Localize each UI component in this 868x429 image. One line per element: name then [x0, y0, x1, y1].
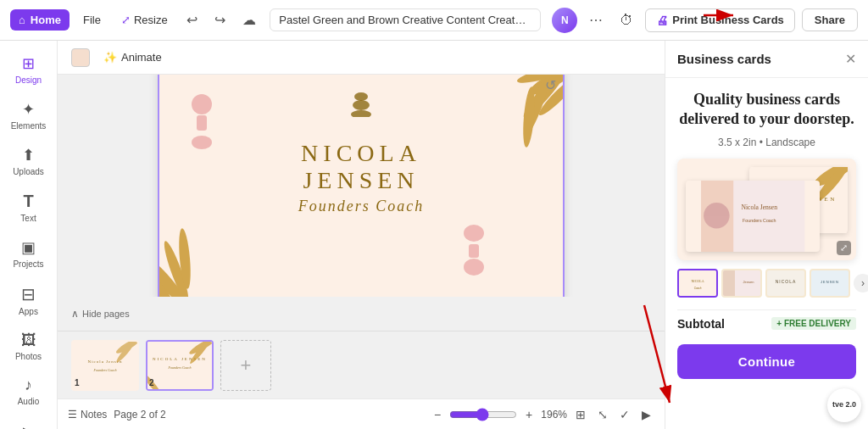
sidebar-item-uploads[interactable]: ⬆ Uploads: [3, 139, 54, 183]
projects-label: Projects: [13, 259, 43, 269]
bottom-bar: ☰ Notes Page 2 of 2 − + 196% ⊞ ⤡ ✓ ▶: [58, 398, 665, 429]
pink-shape-br: [457, 220, 491, 280]
center-icon: [349, 92, 373, 120]
sidebar-item-audio[interactable]: ♪ Audio: [3, 370, 54, 413]
thumbnails-bar: Nicola Jensen Founders Coach 1 NICOLA JE…: [58, 331, 665, 398]
document-title-input[interactable]: [270, 8, 541, 31]
preview-card-area: NICOLA JENSEN Founders Coach Nicola Jens…: [677, 159, 856, 260]
svg-rect-13: [197, 115, 207, 131]
hide-pages-button[interactable]: ∧ Hide pages: [71, 308, 130, 320]
svg-rect-46: [723, 270, 735, 296]
carousel-item-3[interactable]: NICOLA: [765, 269, 806, 298]
zoom-out-button[interactable]: −: [431, 406, 444, 423]
zoom-level: 196%: [541, 409, 567, 421]
elements-label: Elements: [11, 121, 47, 131]
svg-text:JENSEN: JENSEN: [821, 280, 839, 284]
elements-icon: ✦: [22, 100, 35, 119]
animate-button[interactable]: ✨ Animate: [97, 47, 169, 67]
sidebar-item-elements[interactable]: ✦ Elements: [3, 93, 54, 137]
sidebar-item-projects[interactable]: ▣ Projects: [3, 231, 54, 276]
photos-icon: 🖼: [21, 332, 36, 349]
add-page-button[interactable]: +: [220, 340, 271, 391]
sidebar-item-text[interactable]: T Text: [3, 185, 54, 230]
zoom-slider[interactable]: [449, 408, 517, 421]
resize-button[interactable]: ⤢ Resize: [114, 9, 175, 31]
sidebar-item-apps[interactable]: ⊟ Apps: [3, 277, 54, 323]
file-menu[interactable]: File: [76, 9, 108, 31]
panel-body: Quality business cards delivered to your…: [665, 78, 868, 429]
continue-button[interactable]: Continue: [677, 344, 856, 379]
carousel-item-1[interactable]: NICOLA Coach: [677, 269, 718, 298]
more-button[interactable]: ⋯: [584, 8, 608, 31]
main-content: ⊞ Design ✦ Elements ⬆ Uploads T Text ▣ P…: [0, 41, 868, 429]
preview-card-front: Nicola Jensen Founders Coach: [686, 181, 820, 252]
subtotal-row: Subtotal + FREE DELIVERY: [677, 309, 856, 337]
uploads-icon: ⬆: [22, 146, 35, 164]
zoom-in-button[interactable]: +: [522, 406, 536, 423]
sidebar: ⊞ Design ✦ Elements ⬆ Uploads T Text ▣ P…: [0, 41, 58, 429]
notes-button[interactable]: ☰ Notes: [68, 409, 107, 421]
color-swatch[interactable]: [71, 48, 90, 67]
home-label: Home: [31, 14, 61, 26]
animate-icon: ✨: [103, 51, 117, 64]
name-sub: Founders Coach: [260, 198, 462, 215]
pink-shape-tl: [185, 92, 219, 159]
share-button[interactable]: Share: [802, 8, 858, 31]
check-button[interactable]: ✓: [616, 406, 633, 423]
svg-rect-42: [679, 270, 716, 296]
present-button[interactable]: ▶: [638, 406, 654, 423]
svg-text:NICOLA: NICOLA: [691, 279, 704, 283]
animate-label: Animate: [121, 51, 162, 64]
svg-point-39: [704, 203, 730, 229]
palm-bottom-left-decoration: [158, 212, 261, 297]
page-controls: ∧ Hide pages: [58, 297, 665, 331]
home-icon: ⌂: [19, 14, 25, 26]
card-refresh-button[interactable]: ↺: [545, 77, 556, 93]
printer-icon: 🖨: [656, 14, 668, 27]
design-label: Design: [15, 75, 42, 85]
carousel-item-4[interactable]: JENSEN: [810, 269, 850, 298]
home-button[interactable]: ⌂ Home: [10, 9, 70, 31]
svg-point-14: [192, 136, 212, 149]
svg-point-19: [353, 100, 370, 110]
zoom-controls: − + 196% ⊞ ⤡ ✓ ▶: [431, 406, 654, 423]
undo-button[interactable]: ↩: [181, 8, 203, 31]
page-indicator: Page 2 of 2: [114, 409, 165, 421]
panel-close-button[interactable]: ✕: [845, 51, 856, 67]
print-button[interactable]: 🖨 Print Business Cards: [645, 8, 795, 32]
timer-badge: tve 2.0: [827, 388, 861, 422]
carousel-item-2[interactable]: Jensen: [721, 269, 762, 298]
redo-button[interactable]: ↪: [209, 8, 231, 31]
svg-point-17: [464, 259, 484, 276]
audio-label: Audio: [18, 397, 40, 406]
grid-view-button[interactable]: ⊞: [572, 406, 589, 423]
svg-text:Founders Coach: Founders Coach: [743, 218, 776, 223]
cloud-save-button[interactable]: ☁: [237, 8, 261, 31]
notes-icon: ☰: [68, 409, 77, 421]
expand-preview-button[interactable]: ⤢: [837, 241, 851, 255]
sidebar-item-present[interactable]: ▶: [3, 416, 54, 429]
panel-headline: Quality business cards delivered to your…: [677, 90, 856, 130]
continue-label: Continue: [738, 354, 795, 369]
panel-header: Business cards ✕: [665, 41, 868, 78]
design-card: NICOLA JENSEN Founders Coach ↺: [158, 75, 565, 297]
carousel-next-button[interactable]: ›: [854, 274, 868, 292]
timer-button[interactable]: ⏱: [615, 9, 638, 31]
svg-text:NICOLA JENSEN: NICOLA JENSEN: [153, 357, 207, 361]
thumbnail-2[interactable]: NICOLA JENSEN Founders Coach 2: [146, 340, 214, 391]
fit-button[interactable]: ⤡: [594, 406, 611, 423]
svg-rect-16: [469, 244, 479, 258]
design-icon: ⊞: [22, 54, 35, 73]
canvas-area: ✨ Animate: [58, 41, 665, 429]
thumbnail-1[interactable]: Nicola Jensen Founders Coach 1: [71, 340, 139, 391]
svg-text:Founders Coach: Founders Coach: [168, 365, 192, 370]
sidebar-item-design[interactable]: ⊞ Design: [3, 47, 54, 92]
avatar[interactable]: N: [552, 8, 577, 33]
projects-icon: ▣: [21, 238, 36, 257]
print-label: Print Business Cards: [672, 14, 784, 26]
canvas-wrapper[interactable]: NICOLA JENSEN Founders Coach ↺: [58, 75, 665, 297]
svg-text:Founders Coach: Founders Coach: [93, 368, 117, 372]
sidebar-item-photos[interactable]: 🖼 Photos: [3, 325, 54, 368]
svg-point-18: [354, 92, 368, 101]
svg-text:Coach: Coach: [694, 287, 702, 290]
